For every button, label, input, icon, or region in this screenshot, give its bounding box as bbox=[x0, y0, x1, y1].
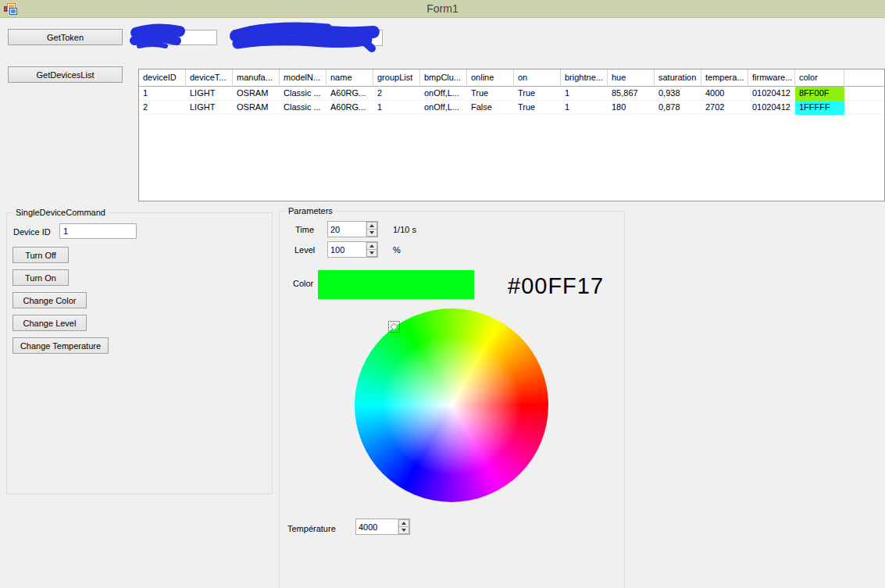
grid-cell[interactable]: 4000 bbox=[701, 87, 748, 101]
column-header-saturation[interactable]: saturation bbox=[655, 69, 701, 87]
grid-cell[interactable]: LIGHT bbox=[186, 87, 233, 101]
color-wheel-marker[interactable] bbox=[388, 321, 400, 333]
single-device-command-title: SingleDeviceCommand bbox=[13, 208, 108, 217]
color-swatch bbox=[318, 270, 474, 299]
column-header-deviceID[interactable]: deviceID bbox=[139, 69, 186, 87]
temperature-spinner[interactable] bbox=[355, 519, 410, 535]
grid-cell[interactable]: True bbox=[467, 87, 514, 101]
grid-cell[interactable]: 2 bbox=[373, 87, 420, 101]
temperature-input[interactable] bbox=[356, 519, 398, 534]
grid-cell[interactable]: LIGHT bbox=[186, 101, 233, 115]
grid-cell[interactable]: 1 bbox=[373, 101, 420, 115]
devices-grid[interactable]: deviceIDdeviceT...manufa...modelN...name… bbox=[138, 69, 885, 201]
level-label: Level bbox=[294, 245, 315, 255]
grid-cell[interactable]: 2702 bbox=[701, 101, 748, 115]
grid-cell[interactable]: A60RG... bbox=[327, 87, 373, 101]
turn-on-button[interactable]: Turn On bbox=[12, 269, 69, 286]
change-level-button[interactable]: Change Level bbox=[12, 315, 87, 331]
column-header-name[interactable]: name bbox=[327, 69, 373, 87]
grid-cell[interactable]: Classic ... bbox=[280, 101, 327, 115]
time-spinner[interactable] bbox=[327, 221, 378, 237]
column-header-color[interactable]: color bbox=[795, 69, 844, 87]
level-spinner[interactable] bbox=[327, 241, 378, 258]
grid-cell[interactable]: 01020412 bbox=[748, 101, 795, 115]
level-input[interactable] bbox=[328, 242, 366, 257]
color-hex-value: #00FF17 bbox=[508, 273, 604, 299]
grid-cell[interactable]: OSRAM bbox=[233, 101, 280, 115]
token-input-2[interactable] bbox=[233, 30, 383, 46]
grid-row-2[interactable]: 2LIGHTOSRAMClassic ...A60RG...1onOff,L..… bbox=[139, 101, 884, 115]
color-wheel[interactable] bbox=[355, 308, 548, 502]
column-header-modelN[interactable]: modelN... bbox=[280, 69, 327, 87]
time-unit-label: 1/10 s bbox=[393, 225, 416, 234]
color-label: Color bbox=[293, 279, 313, 288]
grid-cell[interactable]: False bbox=[467, 101, 514, 115]
grid-row-1[interactable]: 1LIGHTOSRAMClassic ...A60RG...2onOff,L..… bbox=[139, 87, 884, 101]
temperature-spin-down-button[interactable] bbox=[398, 526, 409, 534]
grid-cell[interactable]: OSRAM bbox=[233, 87, 280, 101]
parameters-title: Parameters bbox=[286, 206, 335, 216]
column-header-manufa[interactable]: manufa... bbox=[233, 69, 280, 87]
grid-cell[interactable]: 2 bbox=[139, 101, 186, 115]
column-header-online[interactable]: online bbox=[467, 69, 514, 87]
level-spin-down-button[interactable] bbox=[366, 249, 377, 257]
column-header-hue[interactable]: hue bbox=[608, 69, 655, 87]
temperature-label: Température bbox=[287, 524, 336, 533]
temperature-spin-up-button[interactable] bbox=[398, 519, 409, 526]
grid-cell[interactable]: True bbox=[514, 101, 561, 115]
column-header-deviceT[interactable]: deviceT... bbox=[186, 69, 233, 87]
grid-cell[interactable]: 1FFFFF bbox=[795, 101, 844, 115]
grid-cell[interactable]: 180 bbox=[608, 101, 655, 115]
column-header-tempera[interactable]: tempera... bbox=[701, 69, 748, 87]
level-unit-label: % bbox=[393, 245, 401, 255]
turn-off-button[interactable]: Turn Off bbox=[12, 247, 69, 263]
grid-cell[interactable]: 0,878 bbox=[655, 101, 701, 115]
time-input[interactable] bbox=[328, 222, 366, 237]
column-header-brightne[interactable]: brightne... bbox=[561, 69, 608, 87]
device-id-input[interactable] bbox=[59, 223, 137, 239]
token-input-1[interactable] bbox=[139, 30, 217, 45]
change-temperature-button[interactable]: Change Temperature bbox=[12, 337, 109, 354]
column-header-groupList[interactable]: groupList bbox=[373, 69, 420, 87]
time-label: Time bbox=[295, 225, 314, 234]
time-spin-up-button[interactable] bbox=[366, 222, 377, 229]
level-spin-up-button[interactable] bbox=[366, 242, 377, 249]
column-header-bmpClu[interactable]: bmpClu... bbox=[420, 69, 467, 87]
time-spin-down-button[interactable] bbox=[366, 229, 377, 237]
device-id-label: Device ID bbox=[13, 227, 51, 237]
window-title: Form1 bbox=[0, 2, 885, 15]
grid-cell[interactable]: 1 bbox=[139, 87, 186, 101]
column-header-firmware[interactable]: firmware... bbox=[748, 69, 795, 87]
grid-cell[interactable]: True bbox=[514, 87, 561, 101]
get-devices-list-button[interactable]: GetDevicesList bbox=[8, 66, 123, 83]
grid-cell[interactable]: A60RG... bbox=[327, 101, 373, 115]
grid-cell[interactable]: 8FF00F bbox=[795, 87, 844, 101]
title-bar[interactable]: Form1 bbox=[0, 0, 885, 18]
get-token-button[interactable]: GetToken bbox=[8, 29, 123, 45]
grid-cell[interactable]: onOff,L... bbox=[420, 87, 467, 101]
column-header-on[interactable]: on bbox=[514, 69, 561, 87]
grid-cell[interactable]: 1 bbox=[561, 87, 608, 101]
grid-cell[interactable]: 85,867 bbox=[608, 87, 655, 101]
grid-cell[interactable]: 01020412 bbox=[748, 87, 795, 101]
change-color-button[interactable]: Change Color bbox=[12, 292, 87, 308]
grid-header: deviceIDdeviceT...manufa...modelN...name… bbox=[139, 69, 884, 87]
grid-cell[interactable]: 1 bbox=[561, 101, 608, 115]
form1-window: Form1 GetToken GetDevicesList deviceIDde… bbox=[0, 0, 885, 588]
grid-cell[interactable]: onOff,L... bbox=[420, 101, 467, 115]
grid-cell[interactable]: 0,938 bbox=[655, 87, 701, 101]
grid-cell[interactable]: Classic ... bbox=[280, 87, 327, 101]
